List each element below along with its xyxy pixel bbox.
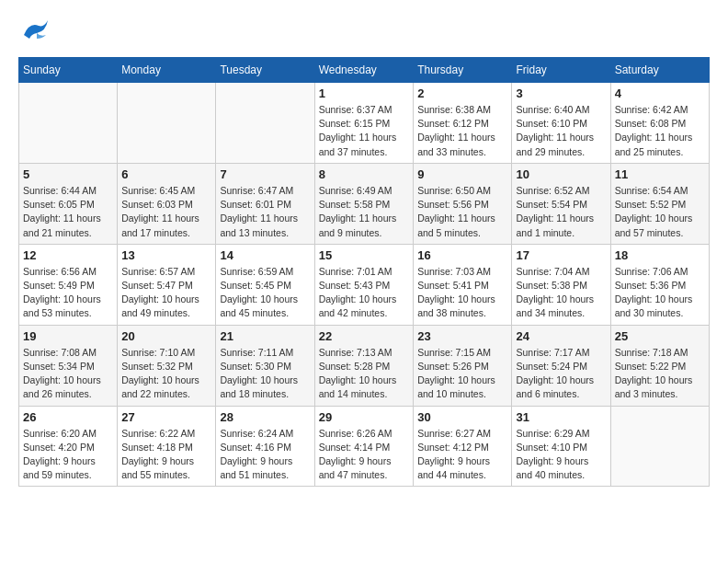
day-number: 31 [516, 410, 606, 424]
day-info: Sunrise: 6:42 AM Sunset: 6:08 PM Dayligh… [615, 103, 705, 159]
calendar-cell: 28Sunrise: 6:24 AM Sunset: 4:16 PM Dayli… [216, 406, 314, 487]
day-number: 7 [220, 167, 310, 181]
day-info: Sunrise: 6:45 AM Sunset: 6:03 PM Dayligh… [121, 184, 211, 240]
calendar-cell: 23Sunrise: 7:15 AM Sunset: 5:26 PM Dayli… [414, 325, 512, 406]
day-number: 10 [516, 167, 606, 181]
calendar-cell: 27Sunrise: 6:22 AM Sunset: 4:18 PM Dayli… [118, 406, 216, 487]
day-info: Sunrise: 6:59 AM Sunset: 5:45 PM Dayligh… [220, 265, 310, 321]
calendar-cell: 24Sunrise: 7:17 AM Sunset: 5:24 PM Dayli… [512, 325, 610, 406]
day-number: 4 [615, 86, 705, 100]
calendar-cell: 10Sunrise: 6:52 AM Sunset: 5:54 PM Dayli… [512, 163, 610, 244]
day-info: Sunrise: 7:10 AM Sunset: 5:32 PM Dayligh… [121, 346, 211, 402]
calendar-cell: 1Sunrise: 6:37 AM Sunset: 6:15 PM Daylig… [314, 83, 414, 164]
week-row-1: 1Sunrise: 6:37 AM Sunset: 6:15 PM Daylig… [19, 83, 710, 164]
day-info: Sunrise: 7:04 AM Sunset: 5:38 PM Dayligh… [516, 265, 606, 321]
calendar-cell [19, 83, 118, 164]
day-number: 2 [417, 86, 507, 100]
day-number: 14 [220, 248, 310, 262]
day-info: Sunrise: 6:49 AM Sunset: 5:58 PM Dayligh… [319, 184, 410, 240]
day-info: Sunrise: 7:08 AM Sunset: 5:34 PM Dayligh… [23, 346, 113, 402]
week-row-5: 26Sunrise: 6:20 AM Sunset: 4:20 PM Dayli… [19, 406, 710, 487]
calendar-cell: 21Sunrise: 7:11 AM Sunset: 5:30 PM Dayli… [216, 325, 314, 406]
weekday-header-monday: Monday [118, 58, 216, 83]
day-info: Sunrise: 7:15 AM Sunset: 5:26 PM Dayligh… [417, 346, 507, 402]
day-info: Sunrise: 7:03 AM Sunset: 5:41 PM Dayligh… [417, 265, 507, 321]
day-number: 20 [121, 329, 211, 343]
calendar-cell [118, 83, 216, 164]
day-info: Sunrise: 6:22 AM Sunset: 4:18 PM Dayligh… [121, 427, 211, 483]
calendar-cell: 6Sunrise: 6:45 AM Sunset: 6:03 PM Daylig… [118, 163, 216, 244]
day-info: Sunrise: 6:20 AM Sunset: 4:20 PM Dayligh… [23, 427, 113, 483]
day-number: 28 [220, 410, 310, 424]
logo [18, 18, 53, 42]
calendar-cell: 12Sunrise: 6:56 AM Sunset: 5:49 PM Dayli… [19, 244, 118, 325]
day-number: 27 [121, 410, 211, 424]
day-number: 30 [417, 410, 507, 424]
day-number: 3 [516, 86, 606, 100]
day-info: Sunrise: 7:11 AM Sunset: 5:30 PM Dayligh… [220, 346, 310, 402]
calendar-table: SundayMondayTuesdayWednesdayThursdayFrid… [18, 57, 710, 487]
day-info: Sunrise: 7:06 AM Sunset: 5:36 PM Dayligh… [615, 265, 705, 321]
calendar-cell: 13Sunrise: 6:57 AM Sunset: 5:47 PM Dayli… [118, 244, 216, 325]
day-info: Sunrise: 6:44 AM Sunset: 6:05 PM Dayligh… [23, 184, 113, 240]
calendar-cell: 20Sunrise: 7:10 AM Sunset: 5:32 PM Dayli… [118, 325, 216, 406]
calendar-cell: 30Sunrise: 6:27 AM Sunset: 4:12 PM Dayli… [414, 406, 512, 487]
weekday-header-row: SundayMondayTuesdayWednesdayThursdayFrid… [19, 58, 710, 83]
weekday-header-friday: Friday [512, 58, 610, 83]
day-info: Sunrise: 6:24 AM Sunset: 4:16 PM Dayligh… [220, 427, 310, 483]
day-number: 22 [319, 329, 410, 343]
calendar-cell: 17Sunrise: 7:04 AM Sunset: 5:38 PM Dayli… [512, 244, 610, 325]
day-info: Sunrise: 6:54 AM Sunset: 5:52 PM Dayligh… [615, 184, 705, 240]
day-info: Sunrise: 6:47 AM Sunset: 6:01 PM Dayligh… [220, 184, 310, 240]
weekday-header-sunday: Sunday [19, 58, 118, 83]
week-row-3: 12Sunrise: 6:56 AM Sunset: 5:49 PM Dayli… [19, 244, 710, 325]
day-info: Sunrise: 6:27 AM Sunset: 4:12 PM Dayligh… [417, 427, 507, 483]
day-number: 9 [417, 167, 507, 181]
calendar-cell: 19Sunrise: 7:08 AM Sunset: 5:34 PM Dayli… [19, 325, 118, 406]
calendar-cell: 25Sunrise: 7:18 AM Sunset: 5:22 PM Dayli… [610, 325, 709, 406]
calendar-cell [610, 406, 709, 487]
weekday-header-tuesday: Tuesday [216, 58, 314, 83]
calendar-cell: 18Sunrise: 7:06 AM Sunset: 5:36 PM Dayli… [610, 244, 709, 325]
day-number: 24 [516, 329, 606, 343]
weekday-header-thursday: Thursday [414, 58, 512, 83]
day-info: Sunrise: 6:50 AM Sunset: 5:56 PM Dayligh… [417, 184, 507, 240]
calendar-cell: 22Sunrise: 7:13 AM Sunset: 5:28 PM Dayli… [314, 325, 414, 406]
calendar-cell: 16Sunrise: 7:03 AM Sunset: 5:41 PM Dayli… [414, 244, 512, 325]
week-row-4: 19Sunrise: 7:08 AM Sunset: 5:34 PM Dayli… [19, 325, 710, 406]
day-info: Sunrise: 6:56 AM Sunset: 5:49 PM Dayligh… [23, 265, 113, 321]
day-number: 11 [615, 167, 705, 181]
day-number: 26 [23, 410, 113, 424]
logo-bird-icon [20, 15, 53, 42]
calendar-cell: 5Sunrise: 6:44 AM Sunset: 6:05 PM Daylig… [19, 163, 118, 244]
calendar-cell: 4Sunrise: 6:42 AM Sunset: 6:08 PM Daylig… [610, 83, 709, 164]
day-info: Sunrise: 6:38 AM Sunset: 6:12 PM Dayligh… [417, 103, 507, 159]
calendar-cell: 29Sunrise: 6:26 AM Sunset: 4:14 PM Dayli… [314, 406, 414, 487]
day-info: Sunrise: 7:18 AM Sunset: 5:22 PM Dayligh… [615, 346, 705, 402]
day-number: 12 [23, 248, 113, 262]
weekday-header-saturday: Saturday [610, 58, 709, 83]
day-number: 23 [417, 329, 507, 343]
day-number: 16 [417, 248, 507, 262]
calendar-cell: 2Sunrise: 6:38 AM Sunset: 6:12 PM Daylig… [414, 83, 512, 164]
day-number: 6 [121, 167, 211, 181]
day-info: Sunrise: 6:40 AM Sunset: 6:10 PM Dayligh… [516, 103, 606, 159]
day-info: Sunrise: 6:57 AM Sunset: 5:47 PM Dayligh… [121, 265, 211, 321]
day-number: 18 [615, 248, 705, 262]
calendar-cell: 8Sunrise: 6:49 AM Sunset: 5:58 PM Daylig… [314, 163, 414, 244]
calendar-cell: 14Sunrise: 6:59 AM Sunset: 5:45 PM Dayli… [216, 244, 314, 325]
day-number: 21 [220, 329, 310, 343]
calendar-cell: 15Sunrise: 7:01 AM Sunset: 5:43 PM Dayli… [314, 244, 414, 325]
day-info: Sunrise: 7:17 AM Sunset: 5:24 PM Dayligh… [516, 346, 606, 402]
weekday-header-wednesday: Wednesday [314, 58, 414, 83]
calendar-cell: 11Sunrise: 6:54 AM Sunset: 5:52 PM Dayli… [610, 163, 709, 244]
day-number: 1 [319, 86, 410, 100]
calendar-cell: 3Sunrise: 6:40 AM Sunset: 6:10 PM Daylig… [512, 83, 610, 164]
calendar-cell: 26Sunrise: 6:20 AM Sunset: 4:20 PM Dayli… [19, 406, 118, 487]
day-info: Sunrise: 7:01 AM Sunset: 5:43 PM Dayligh… [319, 265, 410, 321]
page-header [18, 18, 710, 42]
day-number: 13 [121, 248, 211, 262]
day-info: Sunrise: 6:37 AM Sunset: 6:15 PM Dayligh… [319, 103, 410, 159]
day-info: Sunrise: 6:26 AM Sunset: 4:14 PM Dayligh… [319, 427, 410, 483]
calendar-cell: 9Sunrise: 6:50 AM Sunset: 5:56 PM Daylig… [414, 163, 512, 244]
